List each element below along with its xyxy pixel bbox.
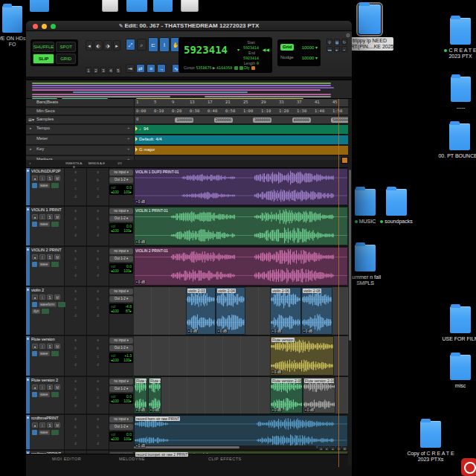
dyn-chip[interactable]: dyn [32,309,40,314]
insert-slot[interactable]: c [87,263,109,271]
insert-slot[interactable]: b [87,176,109,184]
track-header-flute-version[interactable]: Flute version●ISMwave [26,336,65,376]
mute-button[interactable]: M [54,214,60,219]
track-name[interactable]: VIOLIN1DUP2P [31,169,64,173]
audio-clip[interactable]: record horn str raw PRINT• 0 dB [134,415,348,449]
voice-selector-chip[interactable] [32,183,37,188]
selector-tool-button[interactable]: I [159,37,170,52]
track-view-selector[interactable]: wave [39,222,50,227]
folder-icon[interactable] [449,123,470,150]
mirrored-midi-button[interactable]: → [157,64,166,73]
automation-mode-chip[interactable] [51,351,59,356]
desktop-item-top-2[interactable] [126,0,147,12]
desktop-item-create-2023-ptx[interactable]: C R E A T E2023 PTX [450,18,471,45]
volume-pan-display[interactable]: vol+1.3◂100100▸ [109,353,133,363]
ruler-meter-lane[interactable]: Default: 4/4 [134,135,348,144]
ruler-samples[interactable]: ⊞▾Samples0100000020000003000000400000050… [26,116,352,124]
volume-pan-display[interactable]: vol0.0◂100100▸ [109,263,133,274]
insert-slot[interactable]: b [87,215,109,223]
insert-slot[interactable]: d [65,402,86,410]
input-monitor-button[interactable]: I [39,344,45,349]
ruler-meter[interactable]: MeterDefault: 4/4+ [26,135,352,145]
desktop-item-top-1[interactable] [30,0,49,12]
insert-slot[interactable]: a [65,415,86,423]
audio-clip[interactable]: Flute ver• 0 dB [134,377,147,414]
lane-nav-button[interactable]: ⊞ [342,446,347,451]
track-header-violin-2[interactable]: violin 2●ISMwaveformdyn [26,287,65,335]
track-lane-violin-1-print[interactable]: VIOLIN 1 PRINT-01• 0 dB [134,207,348,245]
audio-clip[interactable]: Flute version 2-08• 0 dB [270,377,303,414]
insert-slot[interactable]: d [87,402,109,410]
folder-icon[interactable] [450,355,471,380]
document-icon[interactable] [181,0,199,12]
bottom-tab-clip-effects[interactable]: CLIP EFFECTS [208,457,242,461]
output-selector[interactable]: Out 1-2 ▾ [109,345,133,351]
track-lane-flute-version-2[interactable]: Flute ver• 0 dBFlute ver• 0 dBFlute vers… [134,377,348,414]
counter-dropdown-icon[interactable]: ▾ [237,47,239,52]
gear-icon[interactable]: ⚙ [346,33,350,39]
insert-slot[interactable]: c [87,303,109,312]
zoom-preset-5[interactable]: 5 [115,67,121,74]
insert-slot[interactable]: a [65,336,86,344]
track-header-violin1dup2p[interactable]: VIOLIN1DUP2P●ISMwave [26,168,65,205]
track-header-rcrdhrnsprint[interactable]: rcrdhrnsPRINT●ISMwave [26,415,65,449]
folder-icon[interactable] [450,306,471,333]
tab-to-transient-button[interactable]: ⇥ [126,64,135,73]
insert-slot[interactable]: c [65,223,86,231]
voice-selector-chip[interactable] [32,302,37,307]
ruler-tempo-lane[interactable]: ♩94 [134,125,348,134]
folder-icon[interactable] [2,6,22,33]
track-view-selector[interactable]: wave [39,262,50,267]
insert-slot[interactable]: a [87,287,109,295]
insert-slot[interactable]: c [87,223,109,231]
insert-slot[interactable]: d [87,231,109,239]
grid-value[interactable]: 10000 ▾ [302,45,318,50]
audio-clip[interactable]: violin 2-04• 0 dB [216,287,245,335]
bottom-tab-midi-editor[interactable]: MIDI EDITOR [52,457,81,461]
track-name[interactable]: Flute version [31,337,64,341]
add-ruler-event-icon[interactable]: + [127,136,130,141]
insert-slot[interactable]: b [87,255,109,263]
vertical-scrollbar[interactable] [348,99,352,466]
insert-slot[interactable]: d [65,440,86,448]
folder-icon[interactable] [153,0,173,12]
track-name[interactable]: Flute version 2 [31,378,64,382]
desktop-item-misc[interactable]: misc [450,355,471,380]
track-lane-violin1dup2p[interactable]: VIOLIN 1 DUP3 PRINT-01• 0 dB [134,168,348,205]
insert-slot[interactable]: d [65,312,86,320]
audio-clip[interactable]: Flute ver• 0 dB [148,377,161,414]
voice-selector-chip[interactable] [32,351,37,356]
insert-slot[interactable]: d [87,271,109,280]
folder-icon[interactable] [126,0,147,12]
track-header-violin-2-print[interactable]: VIOLIN 2 PRINT●ISMwave [26,247,65,286]
insert-slot[interactable]: a [65,168,86,176]
voice-selector-chip[interactable] [32,392,37,397]
output-selector[interactable]: Out 1-2 ▾ [109,177,133,183]
insert-slot[interactable]: b [65,255,86,263]
audio-clip[interactable]: violin 2-03• 0 dB [186,287,216,335]
audio-clip[interactable]: VIOLIN 1 PRINT-01• 0 dB [134,207,348,245]
insertion-follows-playback-button[interactable]: ⇄ [136,64,145,73]
universe-overview[interactable] [26,80,352,99]
solo-button[interactable]: S [47,176,53,181]
voice-selector-chip[interactable] [32,262,37,267]
track-header-violin-1-print[interactable]: VIOLIN 1 PRINT●ISMwave [26,207,65,245]
automation-mode-chip[interactable] [51,392,59,397]
ruler-key[interactable]: ▸KeyG major+ [26,146,352,155]
lane-nav-button[interactable]: ▴ [330,446,335,451]
insert-slot[interactable]: c [65,431,86,440]
record-button[interactable]: ● [32,385,38,390]
insert-slot[interactable]: b [65,176,86,184]
insert-slot[interactable]: b [65,295,86,303]
audio-clip[interactable]: violin 2-06• 0 dB [270,287,301,335]
voice-selector-chip[interactable] [32,222,37,227]
toolbar-right-button-2[interactable]: ▦ [334,39,340,45]
volume-pan-display[interactable]: vol0.0◂100100▸ [109,223,133,234]
folder-icon[interactable] [30,0,49,12]
add-ruler-event-icon[interactable]: + [127,126,130,130]
zoom-preset-1[interactable]: 1 [86,67,91,74]
zoom-toggle-button[interactable]: ⤢ [126,39,135,51]
insert-slot[interactable]: b [65,423,86,431]
input-monitor-button[interactable]: I [39,176,45,181]
solo-button[interactable]: S [47,385,53,390]
